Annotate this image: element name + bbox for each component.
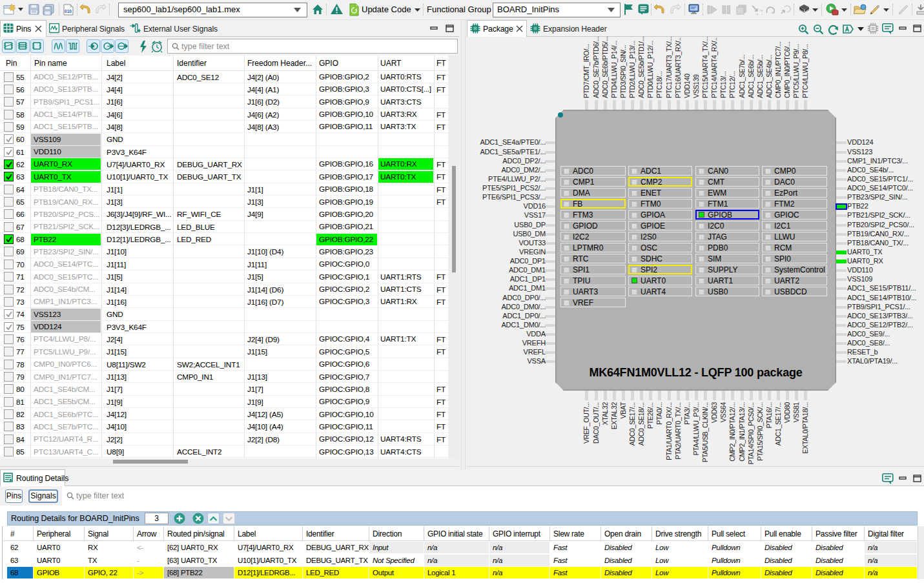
svg-text:010: 010 (65, 9, 72, 14)
